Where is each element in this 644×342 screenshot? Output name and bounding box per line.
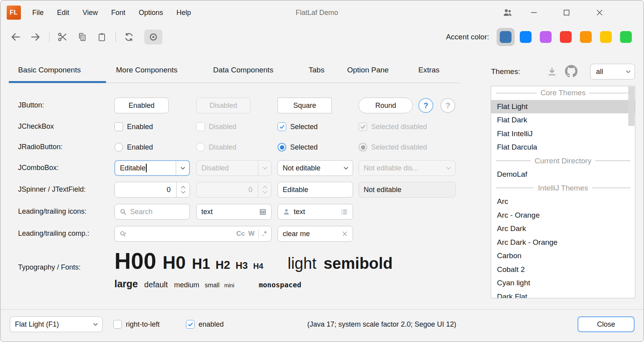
search-input[interactable] <box>130 208 185 216</box>
help-button[interactable]: ? <box>418 98 433 113</box>
enabled-checkbox[interactable]: enabled <box>186 320 224 329</box>
menu-edit[interactable]: Edit <box>57 9 69 17</box>
laf-combobox[interactable]: Flat Light (F1) <box>10 316 103 332</box>
search-field-with-options[interactable]: Cc W .* <box>114 226 272 242</box>
accent-swatch-blue[interactable] <box>517 28 535 46</box>
show-hidden-toggle[interactable] <box>144 30 162 44</box>
search-with-dropdown-icon[interactable] <box>120 230 128 237</box>
themes-list[interactable]: Core Themes Flat Light Flat Dark Flat In… <box>491 86 635 298</box>
theme-group-separator: IntelliJ Themes <box>491 181 635 195</box>
checkbox-icon <box>196 122 205 131</box>
enabled-button[interactable]: Enabled <box>114 98 169 113</box>
clearable-input[interactable] <box>283 230 338 238</box>
h00-sample: H00 <box>114 248 156 274</box>
h1-sample: H1 <box>192 256 210 272</box>
tab-basic-components[interactable]: Basic Components <box>18 66 81 74</box>
theme-item-flat-intellij[interactable]: Flat IntelliJ <box>491 127 635 141</box>
textfield-editable[interactable] <box>278 182 353 198</box>
back-icon[interactable] <box>10 31 22 43</box>
theme-item-flat-dark[interactable]: Flat Dark <box>491 113 635 127</box>
mini-sample: mini <box>224 282 234 288</box>
minimize-icon[interactable] <box>524 0 543 25</box>
menu-font[interactable]: Font <box>111 9 125 17</box>
theme-item-arc-dark-orange[interactable]: Arc Dark - Orange <box>491 236 635 250</box>
radio-selected[interactable]: Selected <box>278 143 318 152</box>
theme-item-cyan-light[interactable]: Cyan light <box>491 276 635 290</box>
tab-extras[interactable]: Extras <box>418 66 440 74</box>
filter-search-input[interactable] <box>132 230 233 238</box>
text-input[interactable] <box>294 208 337 216</box>
toolbar-separator <box>49 31 50 43</box>
accent-swatch-orange[interactable] <box>577 28 595 46</box>
tab-tabs[interactable]: Tabs <box>309 66 324 74</box>
chevron-down-icon <box>89 317 102 332</box>
theme-item-arc-orange[interactable]: Arc - Orange <box>491 209 635 222</box>
whole-word-button[interactable]: W <box>248 230 255 238</box>
menu-options[interactable]: Options <box>139 9 163 17</box>
theme-item-carbon[interactable]: Carbon <box>491 249 635 263</box>
match-case-button[interactable]: Cc <box>236 230 245 238</box>
accent-swatch-purple[interactable] <box>537 28 555 46</box>
theme-item-arc-dark[interactable]: Arc Dark <box>491 222 635 236</box>
right-to-left-checkbox[interactable]: right-to-left <box>113 320 160 329</box>
clearable-field[interactable] <box>278 226 353 242</box>
theme-item-dark-flat[interactable]: Dark Flat <box>491 290 635 299</box>
jspinner-row-label: JSpinner / JTextField: <box>18 185 86 194</box>
theme-item-flat-darcula[interactable]: Flat Darcula <box>491 140 635 154</box>
tab-data-components[interactable]: Data Components <box>213 66 273 74</box>
round-button[interactable]: Round <box>359 98 413 113</box>
textfield-editable-input[interactable] <box>283 186 348 194</box>
paste-icon[interactable] <box>96 31 108 43</box>
themes-scrollbar[interactable] <box>628 87 635 126</box>
accent-swatch-yellow[interactable] <box>597 28 615 46</box>
tab-more-components[interactable]: More Components <box>116 66 177 74</box>
toolbar-separator <box>116 31 116 43</box>
theme-item-flat-light[interactable]: Flat Light <box>491 100 635 114</box>
window-title: FlatLaf Demo <box>276 0 358 25</box>
cut-icon[interactable] <box>57 31 68 43</box>
checkbox-selected[interactable]: Selected <box>278 122 318 131</box>
theme-item-demolaf[interactable]: DemoLaf <box>491 168 635 181</box>
tab-option-pane[interactable]: Option Pane <box>347 66 389 74</box>
theme-item-arc[interactable]: Arc <box>491 195 635 209</box>
github-icon[interactable] <box>565 65 578 78</box>
typography-size-samples: large default medium small mini monospac… <box>114 278 301 290</box>
search-field[interactable] <box>114 204 190 220</box>
combobox-not-editable[interactable]: Not editable <box>278 160 353 176</box>
regex-button[interactable]: .* <box>262 230 267 238</box>
theme-item-cobalt-2[interactable]: Cobalt 2 <box>491 263 635 277</box>
disabled-button: Disabled <box>196 98 250 113</box>
status-info: (Java 17; system scale factor 2.0; Segoe… <box>252 316 512 332</box>
spinner[interactable]: 0 <box>114 182 190 198</box>
themes-filter-value: all <box>591 68 622 76</box>
spinner-up-down-icons[interactable] <box>176 182 190 197</box>
spinner-disabled: 0 <box>196 182 272 198</box>
text-field-user-list[interactable] <box>278 204 353 220</box>
close-button[interactable]: Close <box>578 316 635 332</box>
textfield-not-editable <box>359 182 456 198</box>
copy-icon[interactable] <box>76 31 88 43</box>
menu-view[interactable]: View <box>83 9 98 17</box>
menu-file[interactable]: File <box>32 9 44 17</box>
text-input[interactable] <box>201 208 256 216</box>
menu-help[interactable]: Help <box>177 9 191 17</box>
large-sample: large <box>114 278 138 290</box>
accent-swatch-default[interactable] <box>497 28 515 46</box>
close-icon[interactable] <box>590 0 609 25</box>
forward-icon[interactable] <box>29 31 41 43</box>
clear-icon[interactable] <box>342 231 348 237</box>
text-field-trailing-table[interactable] <box>196 204 272 220</box>
download-icon[interactable] <box>547 67 557 77</box>
square-button[interactable]: Square <box>278 98 332 113</box>
chevron-down-icon[interactable] <box>176 161 189 175</box>
maximize-icon[interactable] <box>557 0 576 25</box>
themes-filter-select[interactable]: all <box>590 64 635 79</box>
refresh-icon[interactable] <box>123 31 135 43</box>
radio-enabled[interactable]: Enabled <box>114 143 153 152</box>
accent-swatch-green[interactable] <box>617 28 635 46</box>
checkbox-enabled[interactable]: Enabled <box>114 122 153 131</box>
accent-swatch-red[interactable] <box>557 28 575 46</box>
combobox-editable[interactable]: Editable <box>114 160 190 176</box>
jradiobutton-row-label: JRadioButton: <box>18 143 63 151</box>
users-icon[interactable] <box>498 0 517 25</box>
